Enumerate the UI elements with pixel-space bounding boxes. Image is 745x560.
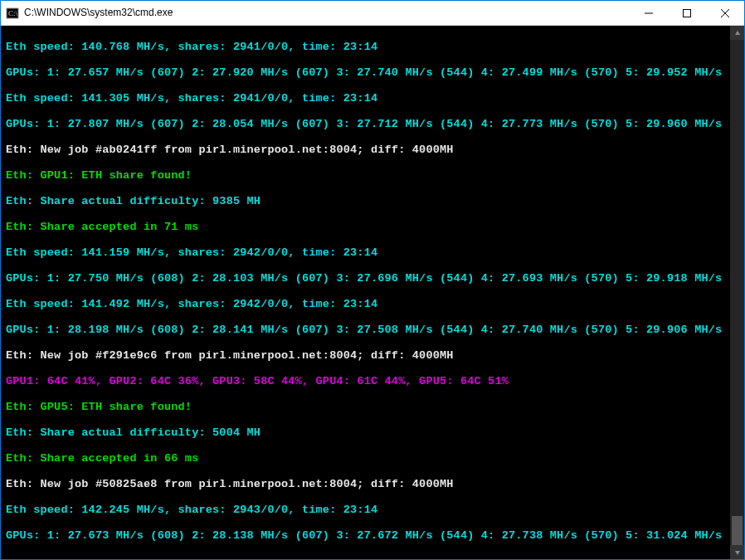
- svg-text:C:\: C:\: [8, 9, 18, 17]
- terminal-area: Eth speed: 140.768 MH/s, shares: 2941/0/…: [1, 26, 744, 559]
- close-button[interactable]: [706, 1, 744, 25]
- scrollbar-track[interactable]: [730, 40, 744, 545]
- terminal-output[interactable]: Eth speed: 140.768 MH/s, shares: 2941/0/…: [1, 26, 730, 559]
- cmd-window: C:\ C:\WINDOWS\system32\cmd.exe Eth spee…: [0, 0, 745, 560]
- log-line: Eth: Share accepted in 66 ms: [6, 452, 727, 465]
- scroll-down-button[interactable]: [730, 545, 744, 559]
- svg-marker-7: [735, 551, 740, 555]
- log-line: Eth speed: 142.245 MH/s, shares: 2943/0/…: [6, 504, 727, 517]
- svg-marker-6: [735, 31, 740, 35]
- log-line: Eth: GPU5: ETH share found!: [6, 401, 727, 414]
- log-line: GPUs: 1: 27.673 MH/s (608) 2: 28.138 MH/…: [6, 529, 727, 543]
- svg-rect-3: [684, 9, 691, 17]
- maximize-button[interactable]: [668, 1, 706, 25]
- log-line: Eth speed: 140.768 MH/s, shares: 2941/0/…: [6, 41, 727, 54]
- log-line: Eth: New job #f291e9c6 from pirl.minerpo…: [6, 349, 727, 363]
- log-line: Eth speed: 141.159 MH/s, shares: 2942/0/…: [6, 246, 727, 260]
- log-line: Eth: Share actual difficulty: 5004 MH: [6, 426, 727, 440]
- log-line: Eth: New job #50825ae8 from pirl.minerpo…: [6, 478, 727, 491]
- window-title: C:\WINDOWS\system32\cmd.exe: [24, 7, 630, 19]
- scroll-up-button[interactable]: [730, 26, 744, 40]
- titlebar[interactable]: C:\ C:\WINDOWS\system32\cmd.exe: [1, 1, 744, 26]
- log-line: GPU1: 64C 41%, GPU2: 64C 36%, GPU3: 58C …: [6, 375, 727, 388]
- log-line: Eth speed: 141.492 MH/s, shares: 2942/0/…: [6, 298, 727, 311]
- log-line: GPUs: 1: 27.807 MH/s (607) 2: 28.054 MH/…: [6, 118, 727, 131]
- cmd-icon: C:\: [6, 7, 19, 20]
- log-line: Eth: GPU1: ETH share found!: [6, 169, 727, 183]
- window-controls: [630, 1, 744, 25]
- log-line: Eth: Share accepted in 71 ms: [6, 221, 727, 234]
- log-line: GPUs: 1: 27.750 MH/s (608) 2: 28.103 MH/…: [6, 272, 727, 285]
- log-line: Eth: Share actual difficulty: 9385 MH: [6, 195, 727, 208]
- log-line: GPUs: 1: 28.198 MH/s (608) 2: 28.141 MH/…: [6, 324, 727, 337]
- minimize-button[interactable]: [630, 1, 668, 25]
- log-line: GPUs: 1: 27.657 MH/s (607) 2: 27.920 MH/…: [6, 66, 727, 80]
- log-line: Eth speed: 141.305 MH/s, shares: 2941/0/…: [6, 92, 727, 105]
- vertical-scrollbar[interactable]: [730, 26, 744, 559]
- scrollbar-thumb[interactable]: [732, 516, 743, 545]
- log-line: Eth: New job #ab0241ff from pirl.minerpo…: [6, 144, 727, 157]
